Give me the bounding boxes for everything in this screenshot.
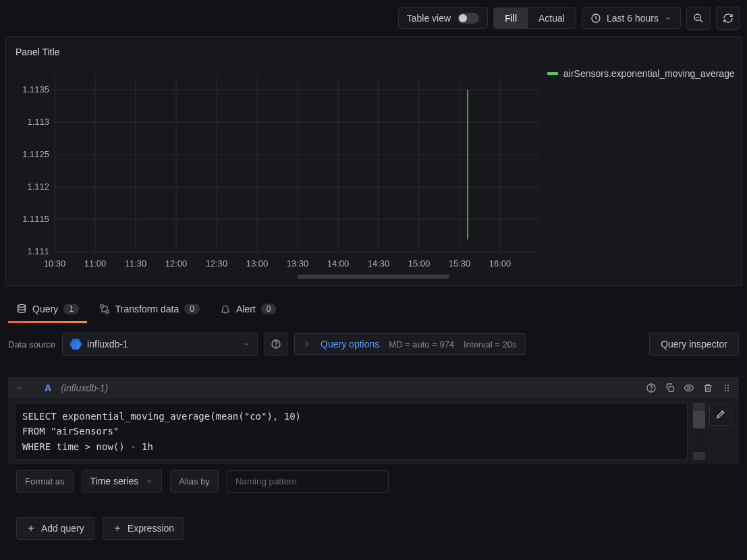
zoom-out-button[interactable] xyxy=(686,7,711,30)
help-icon xyxy=(271,339,281,349)
svg-rect-30 xyxy=(669,387,673,391)
format-as-label: Format as xyxy=(16,470,74,493)
query-options-md: MD = auto = 974 xyxy=(389,339,454,349)
x-tick: 10:30 xyxy=(44,258,66,269)
time-range-picker[interactable]: Last 6 hours xyxy=(582,7,681,29)
query-visibility-button[interactable] xyxy=(684,383,694,393)
svg-point-27 xyxy=(276,346,277,347)
x-tick: 11:00 xyxy=(84,258,107,269)
svg-rect-25 xyxy=(106,310,109,313)
tab-transform[interactable]: Transform data 0 xyxy=(95,300,204,323)
tab-transform-count: 0 xyxy=(184,304,200,314)
toggle-editor-mode-button[interactable] xyxy=(709,403,732,426)
table-view-label: Table view xyxy=(407,13,451,24)
svg-point-29 xyxy=(651,390,652,391)
datasource-help-button[interactable] xyxy=(265,333,287,356)
format-as-value: Time series xyxy=(90,476,139,486)
help-icon xyxy=(646,383,657,393)
add-query-button[interactable]: Add query xyxy=(16,517,94,540)
pencil-icon xyxy=(715,409,726,420)
chevron-down-icon[interactable] xyxy=(15,384,23,392)
copy-icon xyxy=(665,383,675,393)
eye-icon xyxy=(684,383,694,393)
legend-item[interactable]: airSensors.exponential_moving_average xyxy=(547,68,735,79)
plus-icon xyxy=(26,524,36,533)
sql-scrollbar[interactable] xyxy=(693,403,705,460)
y-tick: 1.1115 xyxy=(22,214,49,224)
tab-query-count: 1 xyxy=(63,304,79,314)
panel: Panel Title xyxy=(5,36,742,286)
x-tick: 11:30 xyxy=(125,258,147,269)
svg-point-31 xyxy=(688,387,690,389)
x-tick: 13:00 xyxy=(246,258,269,269)
x-tick: 15:30 xyxy=(449,258,471,269)
tab-transform-label: Transform data xyxy=(115,304,179,314)
add-expression-button[interactable]: Expression xyxy=(103,517,184,540)
datasource-select[interactable]: influxdb-1 xyxy=(62,333,258,356)
x-tick: 16:00 xyxy=(489,258,511,269)
table-view-toggle-group[interactable]: Table view xyxy=(398,7,488,29)
chart-scrollbar[interactable] xyxy=(298,275,449,279)
x-tick: 13:30 xyxy=(287,258,309,269)
drag-icon xyxy=(721,383,732,393)
svg-line-2 xyxy=(700,20,702,22)
add-query-label: Add query xyxy=(41,523,84,534)
svg-point-37 xyxy=(727,390,729,391)
actual-button[interactable]: Actual xyxy=(528,8,576,28)
query-name: A xyxy=(45,383,51,393)
svg-point-33 xyxy=(727,385,729,386)
trash-icon xyxy=(702,383,713,393)
y-tick: 1.1125 xyxy=(22,149,49,159)
time-range-label: Last 6 hours xyxy=(607,13,659,24)
x-tick: 14:30 xyxy=(368,258,390,269)
svg-point-32 xyxy=(725,385,726,386)
zoom-out-icon xyxy=(693,13,704,24)
legend: airSensors.exponential_moving_average xyxy=(539,63,735,272)
query-tabs: Query 1 Transform data 0 Alert 0 xyxy=(0,291,747,323)
chevron-down-icon xyxy=(145,477,153,485)
chart[interactable]: 1.1135 1.113 1.1125 1.112 1.1115 1.111 1… xyxy=(13,63,539,272)
svg-rect-24 xyxy=(101,305,103,308)
y-tick: 1.112 xyxy=(27,181,49,192)
chevron-down-icon xyxy=(664,14,672,22)
tab-alert-label: Alert xyxy=(236,304,256,314)
tab-alert[interactable]: Alert 0 xyxy=(216,300,280,323)
alias-by-input[interactable] xyxy=(227,470,389,493)
clock-icon xyxy=(590,13,601,24)
y-tick: 1.1135 xyxy=(22,84,49,94)
x-tick: 15:00 xyxy=(408,258,431,269)
query-options-link[interactable]: Query options xyxy=(321,339,379,349)
y-tick: 1.111 xyxy=(27,246,49,256)
x-tick: 12:30 xyxy=(206,258,228,269)
format-as-select[interactable]: Time series xyxy=(82,470,163,493)
query-options-interval: Interval = 20s xyxy=(464,339,516,349)
svg-point-35 xyxy=(727,387,729,389)
legend-swatch xyxy=(547,72,558,75)
datasource-name: influxdb-1 xyxy=(87,339,128,349)
svg-point-34 xyxy=(725,387,726,389)
query-delete-button[interactable] xyxy=(702,383,713,393)
plus-icon xyxy=(113,524,122,533)
query-inspector-button[interactable]: Query inspector xyxy=(649,333,739,356)
table-view-switch[interactable] xyxy=(458,13,479,24)
query-drag-handle[interactable] xyxy=(721,383,732,393)
chevron-right-icon[interactable] xyxy=(303,340,311,348)
add-expression-label: Expression xyxy=(128,523,174,534)
refresh-button[interactable] xyxy=(716,7,740,30)
alias-by-label: Alias by xyxy=(170,470,219,493)
bell-icon xyxy=(220,304,231,314)
query-header: A (influxdb-1) xyxy=(8,377,739,399)
x-tick: 14:00 xyxy=(327,258,350,269)
fill-button[interactable]: Fill xyxy=(494,8,528,28)
tab-query[interactable]: Query 1 xyxy=(12,300,83,323)
database-icon xyxy=(16,304,27,314)
query-options-bar: Query options MD = auto = 974 Interval =… xyxy=(294,333,525,355)
fill-actual-segment: Fill Actual xyxy=(493,7,576,29)
chevron-down-icon xyxy=(242,340,250,348)
query-copy-button[interactable] xyxy=(665,383,675,393)
x-tick: 12:00 xyxy=(165,258,188,269)
query-help-button[interactable] xyxy=(646,383,657,393)
sql-textarea[interactable]: SELECT exponential_moving_average(mean("… xyxy=(15,403,688,460)
transform-icon xyxy=(99,304,110,314)
tab-query-label: Query xyxy=(32,304,58,314)
